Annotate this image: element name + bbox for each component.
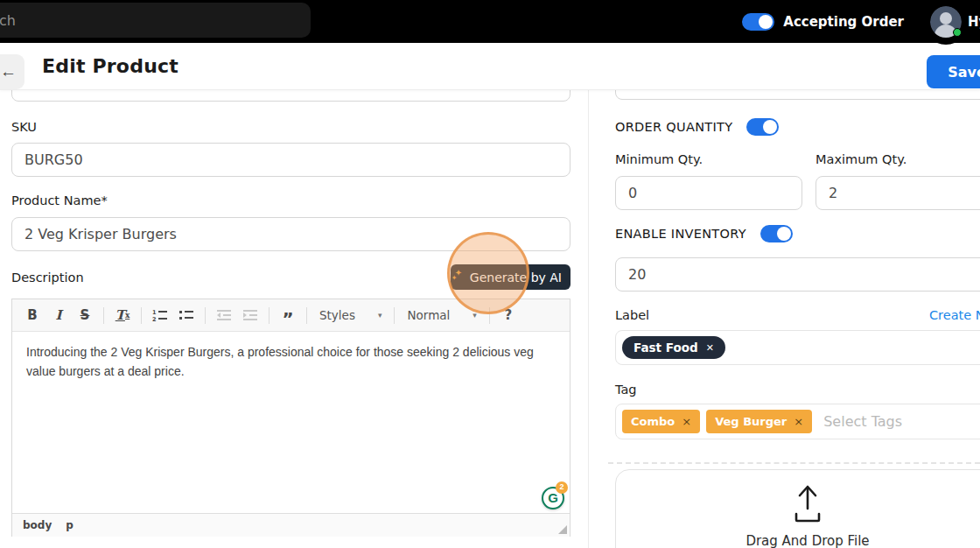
toolbar-separator [141, 307, 142, 324]
avatar[interactable] [930, 6, 962, 38]
resize-grip[interactable] [558, 525, 567, 534]
bulleted-list-icon[interactable] [175, 304, 198, 327]
max-qty-input[interactable] [816, 176, 980, 210]
online-status-dot [953, 28, 962, 37]
toolbar-separator [103, 307, 104, 324]
description-editor: B I S Tx 12 ” Styles ▾ [11, 299, 570, 537]
sku-input[interactable] [11, 143, 570, 177]
label-chip: Fast Food ✕ [622, 336, 725, 359]
sku-label: SKU [11, 120, 37, 134]
chevron-down-icon: ▾ [378, 311, 382, 320]
avatar-person-icon [940, 12, 952, 25]
label-select-box[interactable]: Fast Food ✕ [615, 330, 980, 365]
search-input[interactable] [0, 3, 311, 38]
tag-chip-text: Veg Burger [715, 415, 787, 428]
topbar: Accepting Order Hy [0, 0, 980, 43]
toolbar-separator [269, 307, 270, 324]
increase-indent-icon[interactable] [239, 304, 262, 327]
numbered-list-icon[interactable]: 12 [149, 304, 172, 327]
generate-by-ai-button[interactable]: ✦✦ Generate by AI [451, 264, 570, 290]
remove-label-icon[interactable]: ✕ [706, 342, 714, 354]
save-button[interactable]: Save [927, 55, 980, 88]
generate-by-ai-label: Generate by AI [470, 270, 562, 285]
label-chip-text: Fast Food [634, 341, 698, 355]
toolbar-separator [306, 307, 307, 324]
styles-dropdown[interactable]: Styles ▾ [314, 308, 387, 322]
tag-chip: Combo × [622, 410, 700, 433]
tag-chip-text: Combo [631, 415, 675, 428]
decrease-indent-icon[interactable] [213, 304, 235, 327]
page-header: ← Edit Product Save [0, 43, 980, 90]
create-new-label-link[interactable]: Create New [929, 308, 980, 322]
column-divider [588, 90, 589, 548]
description-text-area[interactable]: Introducing the 2 Veg Krisper Burgers, a… [12, 332, 570, 513]
editor-status-bar: body p [12, 513, 570, 537]
remove-tag-icon[interactable]: × [794, 415, 803, 428]
remove-format-button[interactable]: Tx [111, 304, 134, 327]
svg-text:2: 2 [152, 316, 157, 322]
styles-dropdown-label: Styles [319, 308, 355, 322]
min-qty-input[interactable] [615, 176, 802, 210]
grammarly-icon[interactable]: G 2 [542, 485, 566, 509]
accepting-order-label: Accepting Order [783, 14, 904, 30]
drag-and-drop-zone[interactable]: Drag And Drop File [615, 469, 980, 548]
select-tags-placeholder: Select Tags [823, 413, 902, 430]
enable-inventory-label: ENABLE INVENTORY [615, 227, 746, 241]
paragraph-format-dropdown[interactable]: Normal ▾ [402, 308, 481, 322]
max-qty-label: Maximum Qty. [816, 152, 906, 166]
svg-text:1: 1 [152, 309, 157, 316]
blockquote-button[interactable]: ” [276, 304, 299, 327]
order-quantity-label: ORDER QUANTITY [615, 120, 732, 134]
bold-button[interactable]: B [21, 304, 44, 327]
sparkle-icon: ✦✦ [452, 270, 465, 285]
drag-and-drop-text: Drag And Drop File [746, 533, 869, 548]
element-path-p[interactable]: p [66, 519, 74, 531]
product-name-label: Product Name* [11, 193, 108, 207]
remove-tag-icon[interactable]: × [682, 415, 691, 428]
toolbar-separator [205, 307, 206, 324]
toolbar-separator [489, 307, 490, 324]
min-qty-label: Minimum Qty. [615, 152, 703, 166]
upload-icon [785, 482, 830, 526]
chevron-down-icon: ▾ [472, 311, 477, 320]
edit-product-page: SKU Product Name* Description ✦✦ Generat… [0, 0, 980, 548]
editor-toolbar: B I S Tx 12 ” Styles ▾ [12, 299, 570, 332]
label-section-label: Label [615, 308, 649, 322]
user-name: Hy [968, 14, 980, 30]
order-quantity-toggle[interactable] [746, 118, 779, 136]
tag-chip: Veg Burger × [706, 410, 812, 433]
tag-section-label: Tag [615, 383, 637, 397]
editor-help-button[interactable]: ? [497, 304, 520, 327]
element-path-body[interactable]: body [23, 519, 52, 531]
tag-select-box[interactable]: Combo × Veg Burger × Select Tags [615, 404, 980, 439]
paragraph-format-label: Normal [407, 308, 450, 322]
inventory-qty-input[interactable] [615, 257, 980, 292]
enable-inventory-toggle[interactable] [760, 225, 793, 242]
description-label: Description [11, 270, 84, 285]
product-name-input[interactable] [11, 217, 570, 251]
page-title: Edit Product [42, 55, 178, 77]
grammarly-badge: 2 [556, 481, 568, 494]
strikethrough-button[interactable]: S [74, 304, 96, 327]
accepting-order-toggle[interactable] [742, 13, 774, 31]
description-text: Introducing the 2 Veg Krisper Burgers, a… [26, 345, 534, 378]
italic-button[interactable]: I [47, 304, 70, 327]
dashed-divider [608, 462, 980, 464]
back-button[interactable]: ← [0, 54, 24, 89]
toolbar-separator [394, 307, 395, 324]
